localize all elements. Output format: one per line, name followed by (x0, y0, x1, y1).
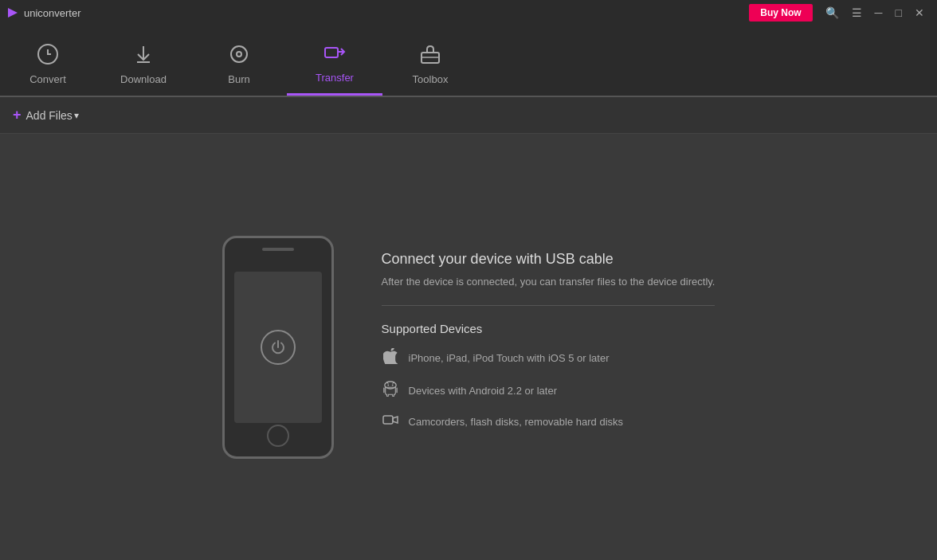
svg-point-10 (391, 385, 393, 386)
apple-icon (382, 348, 399, 368)
device-item-android: Devices with Android 2.2 or later (382, 381, 715, 401)
camcorder-icon (382, 413, 399, 430)
main-content: Connect your device with USB cable After… (0, 134, 937, 560)
download-icon (132, 43, 155, 69)
nav-item-burn[interactable]: Burn (191, 25, 287, 96)
toolbox-icon (419, 43, 441, 69)
device-item-apple: iPhone, iPad, iPod Touch with iOS 5 or l… (382, 348, 715, 368)
phone-power-icon (261, 330, 296, 365)
svg-point-9 (387, 385, 389, 386)
phone-speaker (262, 248, 294, 251)
download-label: Download (120, 73, 167, 85)
connect-heading: Connect your device with USB cable (382, 251, 715, 268)
device-item-camcorder: Camcorders, flash disks, removable hard … (382, 413, 715, 430)
burn-icon (228, 43, 250, 69)
app-logo-area: uniconverter (6, 6, 81, 19)
search-icon[interactable]: 🔍 (819, 3, 845, 22)
app-logo-icon (6, 6, 19, 19)
phone-home-button (267, 425, 289, 447)
buy-now-button[interactable]: Buy Now (749, 4, 812, 22)
transfer-label: Transfer (316, 72, 354, 84)
transfer-icon (323, 41, 346, 67)
app-title: uniconverter (24, 7, 81, 19)
minimize-icon[interactable]: ─ (868, 3, 889, 22)
plus-icon: + (13, 107, 22, 123)
menu-icon[interactable]: ☰ (845, 3, 868, 22)
svg-rect-5 (325, 48, 338, 57)
nav-bar: Convert Download Burn Tran (0, 25, 937, 97)
convert-icon (37, 43, 59, 69)
info-section: Connect your device with USB cable After… (382, 251, 715, 444)
svg-marker-0 (8, 8, 18, 18)
nav-item-toolbox[interactable]: Toolbox (382, 25, 478, 96)
phone-illustration (222, 236, 334, 459)
connect-description: After the device is connected, you can t… (382, 274, 715, 290)
window-controls: Buy Now 🔍 ☰ ─ □ ✕ (749, 3, 931, 22)
maximize-icon[interactable]: □ (889, 3, 908, 22)
divider (382, 305, 715, 306)
burn-label: Burn (228, 73, 249, 85)
supported-devices-heading: Supported Devices (382, 322, 715, 335)
svg-rect-15 (383, 416, 393, 424)
title-bar: uniconverter Buy Now 🔍 ☰ ─ □ ✕ (0, 0, 937, 25)
nav-item-convert[interactable]: Convert (0, 25, 96, 96)
camcorder-device-label: Camcorders, flash disks, removable hard … (409, 416, 624, 428)
android-device-label: Devices with Android 2.2 or later (409, 385, 557, 397)
nav-item-transfer[interactable]: Transfer (287, 25, 382, 96)
svg-point-3 (231, 46, 247, 62)
convert-label: Convert (29, 73, 66, 85)
phone-screen (234, 272, 322, 423)
close-icon[interactable]: ✕ (908, 3, 931, 22)
nav-item-download[interactable]: Download (96, 25, 191, 96)
add-files-dropdown-button[interactable]: ▾ (74, 110, 79, 121)
toolbox-label: Toolbox (413, 73, 449, 85)
svg-point-4 (237, 52, 241, 57)
toolbar: + Add Files ▾ (0, 97, 937, 134)
add-files-label: Add Files (26, 109, 73, 122)
add-files-button[interactable]: + Add Files (13, 107, 73, 123)
apple-device-label: iPhone, iPad, iPod Touch with iOS 5 or l… (409, 352, 610, 364)
android-icon (382, 381, 399, 401)
